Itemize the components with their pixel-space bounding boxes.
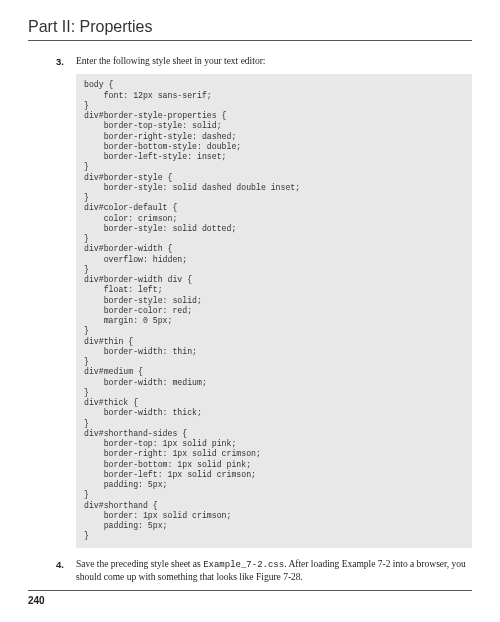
step-text: Save the preceding style sheet as Exampl… (76, 558, 472, 585)
page-number: 240 (28, 590, 472, 606)
code-block: body { font: 12px sans-serif; } div#bord… (76, 74, 472, 547)
step-number: 3. (56, 55, 76, 68)
inline-code: Example_7-2.css (203, 560, 284, 570)
step-3: 3. Enter the following style sheet in yo… (56, 55, 472, 68)
step-text-before: Save the preceding style sheet as (76, 559, 203, 569)
section-header: Part II: Properties (28, 18, 472, 41)
step-4: 4. Save the preceding style sheet as Exa… (56, 558, 472, 585)
step-text: Enter the following style sheet in your … (76, 55, 472, 68)
page-content: Part II: Properties 3. Enter the followi… (0, 0, 500, 584)
step-number: 4. (56, 558, 76, 585)
